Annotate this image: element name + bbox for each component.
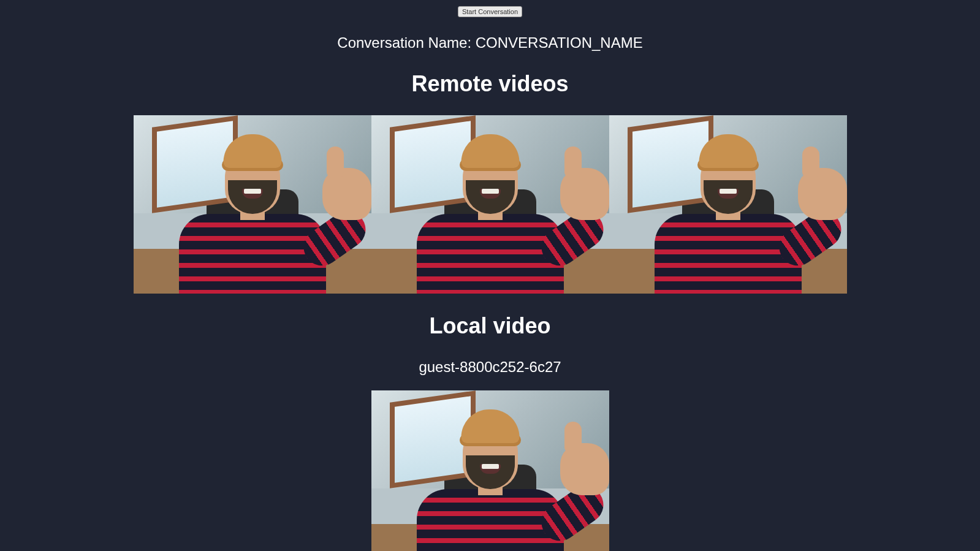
remote-video-tile[interactable] (609, 115, 847, 294)
local-video-heading: Local video (429, 313, 550, 339)
start-conversation-button[interactable]: Start Conversation (458, 6, 522, 17)
local-video-wrapper (371, 390, 609, 551)
local-video-tile[interactable] (371, 390, 609, 551)
remote-videos-row (134, 115, 847, 294)
local-guest-id-label: guest-8800c252-6c27 (419, 359, 561, 376)
webcam-feed (371, 115, 609, 294)
webcam-feed (371, 390, 609, 551)
remote-video-tile[interactable] (134, 115, 371, 294)
webcam-feed (609, 115, 847, 294)
page-container: Start Conversation Conversation Name: CO… (0, 0, 980, 551)
remote-video-tile[interactable] (371, 115, 609, 294)
remote-videos-heading: Remote videos (411, 71, 568, 97)
webcam-feed (134, 115, 371, 294)
conversation-name-label: Conversation Name: CONVERSATION_NAME (337, 34, 642, 51)
